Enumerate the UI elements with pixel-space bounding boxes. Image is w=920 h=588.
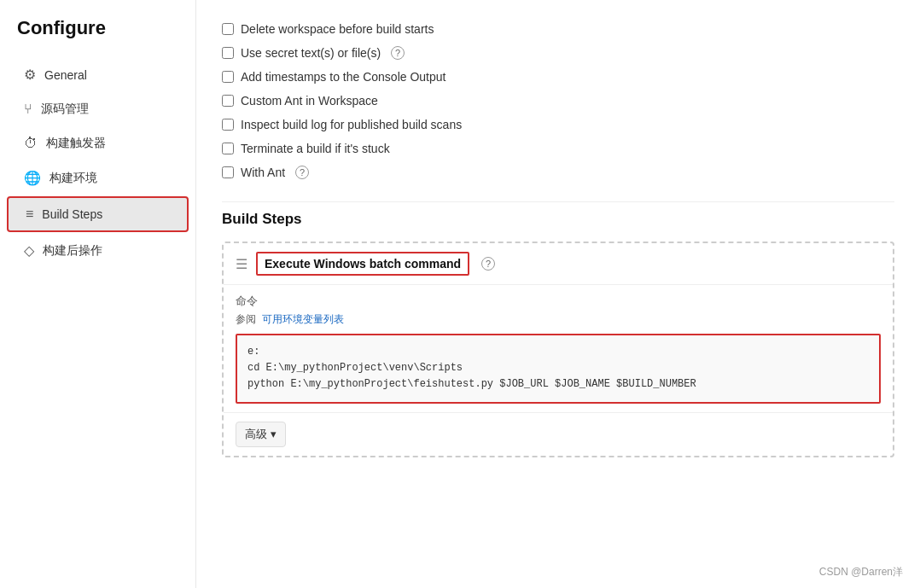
sidebar-label-post-build: 构建后操作 — [43, 243, 102, 259]
with-ant-checkbox[interactable] — [222, 166, 234, 178]
globe-icon: 🌐 — [24, 170, 41, 186]
checkbox-item-terminate-build: Terminate a build if it's stuck — [222, 137, 894, 160]
clock-icon: ⏱ — [24, 136, 38, 151]
build-step-body: 命令 参阅 可用环境变量列表 e: cd E:\my_pythonProject… — [224, 285, 893, 412]
sidebar-label-build-steps: Build Steps — [42, 207, 102, 221]
branch-icon: ⑂ — [24, 102, 32, 117]
checkbox-item-inspect-build: Inspect build log for published build sc… — [222, 113, 894, 137]
checkbox-group: Delete workspace before build starts Use… — [222, 17, 894, 184]
inspect-build-checkbox[interactable] — [222, 119, 234, 131]
advanced-button-label: 高级 — [245, 427, 267, 442]
custom-ant-label[interactable]: Custom Ant in Workspace — [241, 94, 378, 108]
sidebar-item-triggers[interactable]: ⏱ 构建触发器 — [7, 127, 189, 160]
timestamps-checkbox[interactable] — [222, 71, 234, 83]
delete-workspace-label[interactable]: Delete workspace before build starts — [241, 22, 434, 36]
use-secret-label[interactable]: Use secret text(s) or file(s) — [241, 46, 381, 60]
sidebar-item-post-build[interactable]: ◇ 构建后操作 — [7, 234, 189, 267]
advanced-row: 高级 ▾ — [224, 412, 893, 456]
checkbox-item-timestamps: Add timestamps to the Console Output — [222, 65, 894, 89]
sidebar-label-environment: 构建环境 — [49, 171, 97, 186]
with-ant-help-icon[interactable]: ? — [295, 166, 309, 179]
step-help-icon[interactable]: ? — [481, 257, 495, 271]
sidebar-item-environment[interactable]: 🌐 构建环境 — [7, 161, 189, 195]
see-vars-link[interactable]: 可用环境变量列表 — [262, 313, 344, 325]
sidebar-label-source: 源码管理 — [41, 102, 89, 117]
build-steps-title: Build Steps — [222, 211, 894, 228]
section-divider — [222, 201, 894, 202]
sidebar-item-source[interactable]: ⑂ 源码管理 — [7, 93, 189, 125]
sidebar-label-triggers: 构建触发器 — [46, 136, 106, 151]
gear-icon: ⚙ — [24, 67, 36, 83]
sidebar-item-build-steps[interactable]: ≡ Build Steps — [7, 196, 189, 232]
page-title: Configure — [0, 17, 195, 56]
build-step-header: ☰ Execute Windows batch command ? — [224, 243, 893, 285]
step-title: Execute Windows batch command — [256, 252, 469, 276]
command-textarea[interactable]: e: cd E:\my_pythonProject\venv\Scripts p… — [236, 334, 881, 404]
build-step-card: ☰ Execute Windows batch command ? 命令 参阅 … — [222, 242, 894, 457]
use-secret-help-icon[interactable]: ? — [391, 46, 405, 60]
footer-brand: CSDN @Darren洋 — [819, 565, 903, 579]
inspect-build-label[interactable]: Inspect build log for published build sc… — [241, 118, 462, 131]
diamond-icon: ◇ — [24, 242, 34, 259]
timestamps-label[interactable]: Add timestamps to the Console Output — [241, 70, 445, 84]
list-icon: ≡ — [26, 207, 33, 222]
advanced-button[interactable]: 高级 ▾ — [236, 422, 286, 447]
sidebar: Configure ⚙ General ⑂ 源码管理 ⏱ 构建触发器 🌐 构建环… — [0, 0, 196, 588]
custom-ant-checkbox[interactable] — [222, 95, 234, 107]
sidebar-item-general[interactable]: ⚙ General — [7, 58, 189, 91]
sidebar-label-general: General — [44, 68, 87, 82]
command-label: 命令 — [236, 294, 881, 309]
use-secret-checkbox[interactable] — [222, 47, 234, 59]
see-vars-prefix: 参阅 — [236, 313, 256, 325]
chevron-down-icon: ▾ — [271, 428, 277, 440]
terminate-build-checkbox[interactable] — [222, 143, 234, 154]
with-ant-label[interactable]: With Ant — [241, 166, 285, 179]
see-vars-row: 参阅 可用环境变量列表 — [236, 312, 881, 327]
checkbox-item-delete-workspace: Delete workspace before build starts — [222, 17, 894, 41]
checkbox-item-use-secret: Use secret text(s) or file(s) ? — [222, 41, 894, 65]
build-steps-section: Build Steps ☰ Execute Windows batch comm… — [222, 211, 894, 457]
terminate-build-label[interactable]: Terminate a build if it's stuck — [241, 142, 390, 155]
checkbox-item-custom-ant: Custom Ant in Workspace — [222, 89, 894, 113]
delete-workspace-checkbox[interactable] — [222, 23, 234, 35]
main-content: Delete workspace before build starts Use… — [196, 0, 920, 588]
drag-handle-icon[interactable]: ☰ — [236, 256, 247, 272]
checkbox-item-with-ant: With Ant ? — [222, 160, 894, 184]
